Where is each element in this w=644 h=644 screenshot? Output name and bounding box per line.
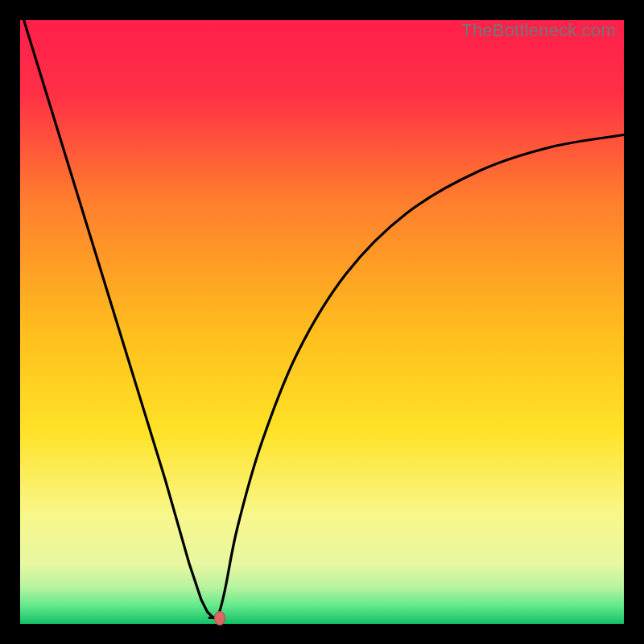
background-gradient [20,20,624,624]
plot-frame: TheBottleneck.com [20,20,624,624]
svg-rect-0 [20,20,624,624]
watermark-text: TheBottleneck.com [461,20,616,41]
min-marker [214,611,225,625]
